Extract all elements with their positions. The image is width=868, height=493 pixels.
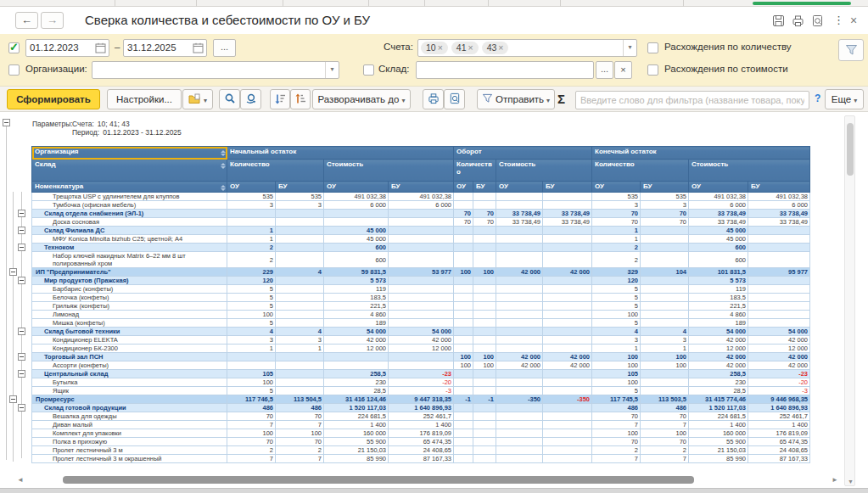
value-cell[interactable]: 491 032,38 — [324, 193, 389, 201]
value-cell[interactable] — [641, 252, 689, 268]
value-cell[interactable] — [748, 235, 810, 244]
value-cell[interactable] — [496, 302, 543, 311]
value-cell[interactable]: 70 — [641, 218, 689, 227]
value-cell[interactable]: 42 000 — [748, 361, 810, 370]
value-cell[interactable]: 42 000 — [496, 268, 543, 277]
value-cell[interactable]: 1 — [276, 345, 324, 353]
value-cell[interactable]: 486 — [276, 404, 324, 412]
sum-button[interactable]: Σ — [557, 92, 565, 106]
value-cell[interactable]: -3 — [748, 387, 810, 395]
value-cell[interactable]: 221,5 — [689, 302, 748, 311]
value-cell[interactable]: 2 — [641, 446, 689, 455]
value-cell[interactable]: 5 — [227, 387, 276, 395]
remove-tag-icon[interactable]: × — [438, 42, 443, 53]
value-cell[interactable] — [389, 244, 454, 252]
value-cell[interactable]: 12 000 — [689, 345, 748, 353]
value-cell[interactable]: 5 573 — [689, 277, 748, 285]
quick-filter-input[interactable] — [575, 91, 809, 109]
value-cell[interactable]: 252 461,7 — [389, 412, 454, 421]
collapse-group-button[interactable] — [18, 277, 25, 284]
horizontal-scrollbar[interactable]: ◄ ► — [15, 474, 840, 485]
value-cell[interactable] — [473, 227, 496, 235]
value-cell[interactable]: 31 415 774,46 — [689, 395, 748, 404]
value-cell[interactable]: 113 504,5 — [276, 395, 324, 404]
value-cell[interactable] — [389, 210, 454, 218]
value-cell[interactable] — [454, 387, 473, 395]
value-cell[interactable] — [276, 387, 324, 395]
value-cell[interactable] — [276, 252, 324, 268]
header-begin-balance[interactable]: Начальный остаток — [227, 147, 454, 160]
value-cell[interactable]: 176 819,09 — [748, 429, 810, 438]
value-cell[interactable]: 600 — [689, 252, 748, 268]
value-cell[interactable]: 2 — [592, 244, 641, 252]
value-cell[interactable]: 119 — [324, 285, 389, 294]
value-cell[interactable]: 12 000 — [748, 345, 810, 353]
value-cell[interactable] — [473, 235, 496, 244]
value-cell[interactable] — [454, 252, 473, 268]
value-cell[interactable] — [543, 252, 592, 268]
value-cell[interactable]: 33 738,49 — [748, 210, 810, 218]
value-cell[interactable] — [496, 201, 543, 210]
period-more-button[interactable]: ... — [213, 39, 236, 57]
value-cell[interactable]: 70 — [592, 218, 641, 227]
value-cell[interactable]: 24 408,65 — [748, 446, 810, 455]
header-cell-warehouse[interactable]: Склад — [32, 160, 227, 182]
row-name-cell[interactable]: Пролет лестничный 3 м — [32, 446, 227, 455]
header-cost[interactable]: Стоимость — [496, 160, 592, 182]
value-cell[interactable]: 5 — [592, 285, 641, 294]
header-bu[interactable]: БУ — [748, 182, 810, 193]
value-cell[interactable]: 33 738,49 — [543, 218, 592, 227]
value-cell[interactable] — [454, 345, 473, 353]
value-cell[interactable] — [454, 404, 473, 412]
header-turnover[interactable]: Оборот — [454, 147, 592, 160]
value-cell[interactable]: 70 — [227, 438, 276, 446]
print-icon[interactable] — [792, 14, 804, 27]
value-cell[interactable] — [454, 294, 473, 302]
row-name-cell[interactable]: Лимонад — [32, 311, 227, 319]
settings-button[interactable]: Настройки... — [107, 89, 182, 109]
value-cell[interactable]: 100 — [592, 361, 641, 370]
value-cell[interactable]: 100 — [276, 429, 324, 438]
value-cell[interactable] — [496, 378, 543, 387]
value-cell[interactable]: 21 150,03 — [324, 446, 389, 455]
value-cell[interactable] — [324, 210, 389, 218]
value-cell[interactable]: 53 977 — [389, 268, 454, 277]
value-cell[interactable]: 70 — [473, 210, 496, 218]
value-cell[interactable] — [473, 378, 496, 387]
value-cell[interactable] — [454, 277, 473, 285]
value-cell[interactable]: 12 000 — [389, 345, 454, 353]
value-cell[interactable]: 70 — [592, 210, 641, 218]
row-name-cell[interactable]: Набор ключей накидных Matrix 6–22 мм 8 ш… — [32, 252, 227, 268]
value-cell[interactable] — [543, 235, 592, 244]
value-cell[interactable]: 12 000 — [324, 345, 389, 353]
value-cell[interactable] — [543, 294, 592, 302]
value-cell[interactable]: 42 000 — [543, 268, 592, 277]
row-name-cell[interactable]: Кондиционер БК-2300 — [32, 345, 227, 353]
row-name-cell[interactable]: Склад отдела снабжения (ЭЛ-1) — [32, 210, 227, 218]
account-tag[interactable]: 10× — [421, 42, 448, 54]
organizations-dropdown-icon[interactable]: ▾ — [325, 62, 339, 78]
value-cell[interactable]: 1 520 117,03 — [689, 404, 748, 412]
value-cell[interactable] — [473, 285, 496, 294]
value-cell[interactable]: 54 000 — [324, 328, 389, 336]
value-cell[interactable] — [496, 387, 543, 395]
row-name-cell[interactable]: Трещотка USP с удлинителем для клуппов — [32, 193, 227, 201]
value-cell[interactable]: 42 000 — [543, 353, 592, 361]
value-cell[interactable]: 6 000 — [324, 201, 389, 210]
value-cell[interactable]: 45 000 — [689, 227, 748, 235]
header-ou[interactable]: ОУ — [592, 182, 641, 193]
value-cell[interactable] — [473, 370, 496, 378]
qty-diff-checkbox[interactable]: ✓ — [647, 42, 658, 53]
value-cell[interactable]: 42 000 — [748, 353, 810, 361]
value-cell[interactable]: 7 — [641, 455, 689, 463]
collapse-group-button[interactable] — [18, 244, 25, 251]
scroll-left-icon[interactable]: ◄ — [17, 476, 24, 484]
row-name-cell[interactable]: Техноком — [32, 244, 227, 252]
sort-ascending-button[interactable] — [290, 89, 311, 109]
value-cell[interactable] — [473, 328, 496, 336]
print-preview-icon[interactable] — [811, 14, 824, 27]
value-cell[interactable] — [496, 429, 543, 438]
value-cell[interactable]: 1 — [641, 345, 689, 353]
row-name-cell[interactable]: Торговый зал ПСН — [32, 353, 227, 361]
value-cell[interactable]: -20 — [748, 378, 810, 387]
